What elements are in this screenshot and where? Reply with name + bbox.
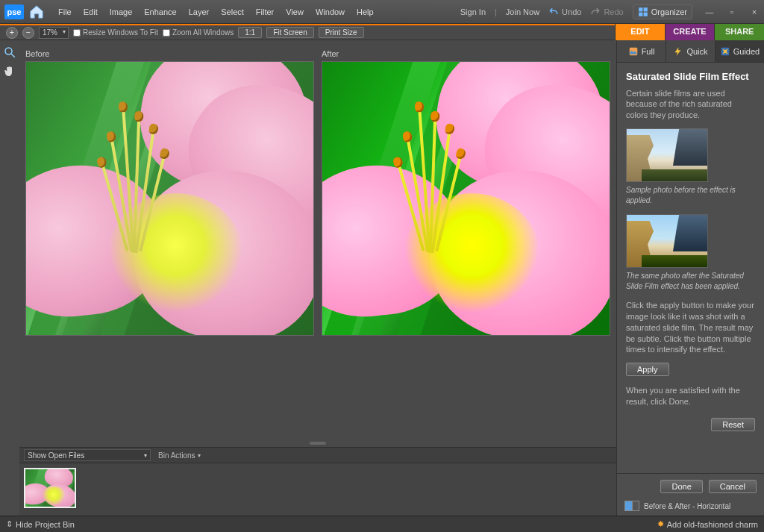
rightpanel: Full Quick Guided Saturated Slide Film E… [616,40,764,516]
zoom-out-button[interactable]: − [22,27,34,39]
guided-satisfied: When you are satisfied with the result, … [626,385,755,407]
canvas-area: Before After [19,40,616,516]
toolstrip [0,40,19,516]
subtab-quick[interactable]: Quick [666,40,715,62]
after-label: After [322,49,610,61]
organizer-button[interactable]: Organizer [633,4,692,19]
done-button[interactable]: Done [660,480,702,493]
tab-create[interactable]: CREATE [665,24,715,40]
main-tabs: EDIT CREATE SHARE [615,24,764,40]
zoom-all-check[interactable]: Zoom All Windows [163,28,234,37]
home-icon[interactable] [28,4,45,20]
svg-line-5 [11,54,15,57]
cancel-button[interactable]: Cancel [709,480,757,493]
sample-before [626,128,708,182]
guided-instructions: Click the apply button to make your imag… [626,300,755,355]
svg-rect-1 [643,7,647,11]
fit-screen-button[interactable]: Fit Screen [266,27,314,38]
view-mode-icon [624,501,639,511]
print-size-button[interactable]: Print Size [319,27,364,38]
bin-thumbnail[interactable] [24,468,76,508]
redo-label: Redo [604,7,623,16]
bin-filter-select[interactable]: Show Open Files [24,449,151,461]
view-mode-button[interactable]: Before & After - Horizontal [624,501,757,511]
one-to-one-button[interactable]: 1:1 [238,27,262,38]
menubar: pse FileEditImageEnhanceLayerSelectFilte… [0,0,764,24]
close-icon[interactable]: × [749,7,760,17]
panel-splitter[interactable] [19,439,616,447]
menu-select[interactable]: Select [215,4,250,19]
tip-icon: ✸ [657,519,664,529]
zoom-in-button[interactable]: + [6,27,18,39]
svg-point-4 [5,48,12,54]
svg-rect-0 [639,7,642,11]
svg-rect-6 [629,47,637,55]
maximize-icon[interactable]: ▫ [727,7,737,17]
signin-link[interactable]: Sign In [460,7,486,16]
svg-rect-3 [643,12,647,16]
app-logo: pse [4,4,24,19]
menu-view[interactable]: View [280,4,310,19]
subtab-guided[interactable]: Guided [715,40,764,62]
bin-actions-menu[interactable]: Bin Actions [158,451,201,460]
menu-layer[interactable]: Layer [183,4,216,19]
redo-button[interactable]: Redo [590,7,623,17]
reset-button[interactable]: Reset [711,418,755,431]
hide-projectbin-button[interactable]: ⇕ Hide Project Bin [6,519,75,529]
menu-enhance[interactable]: Enhance [138,4,182,19]
zoom-select[interactable]: 17% [39,27,69,39]
tab-share[interactable]: SHARE [714,24,764,40]
undo-button[interactable]: Undo [548,7,581,17]
menu-window[interactable]: Window [310,4,351,19]
menu-help[interactable]: Help [351,4,380,19]
projectbin [19,463,616,516]
subtab-full[interactable]: Full [617,40,666,62]
tab-edit[interactable]: EDIT [615,24,665,40]
menu-file[interactable]: File [52,4,78,19]
menu-filter[interactable]: Filter [250,4,280,19]
sample-after-caption: The same photo after the Saturated Slide… [626,271,755,291]
collapse-icon: ⇕ [6,519,13,529]
projectbin-bar: Show Open Files Bin Actions [19,447,616,463]
sample-before-caption: Sample photo before the effect is applie… [626,185,755,205]
guided-intro: Certain slide films are used because of … [626,88,755,122]
joinnow-link[interactable]: Join Now [506,7,539,16]
zoom-tool-icon[interactable] [2,45,17,60]
hand-tool-icon[interactable] [2,64,17,79]
minimize-icon[interactable]: — [704,7,715,17]
statusbar-tip: Add old-fashioned charm [667,520,758,529]
sample-after [626,214,708,268]
statusbar: ⇕ Hide Project Bin ✸ Add old-fashioned c… [0,516,764,532]
undo-label: Undo [562,7,581,16]
menu-image[interactable]: Image [104,4,139,19]
apply-button[interactable]: Apply [626,363,669,376]
menu-edit[interactable]: Edit [78,4,104,19]
organizer-label: Organizer [651,7,687,16]
svg-rect-2 [639,12,642,16]
guided-title: Saturated Slide Film Effect [626,70,755,84]
before-label: Before [25,49,314,61]
before-image[interactable] [25,61,314,336]
resize-windows-check[interactable]: Resize Windows To Fit [73,28,158,37]
after-image[interactable] [322,61,610,336]
